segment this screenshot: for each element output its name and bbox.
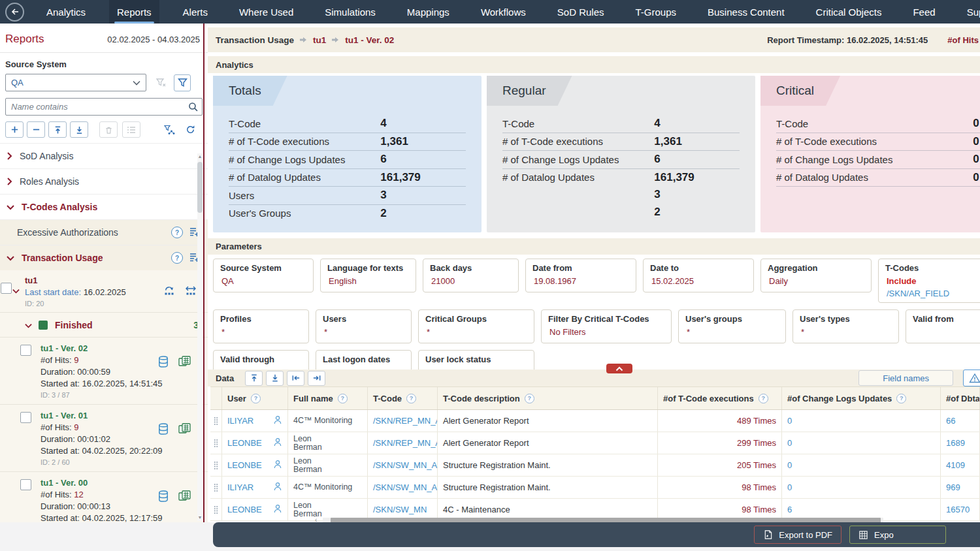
nav-tab-simulations[interactable]: Simulations (317, 0, 384, 24)
user-link[interactable]: LEONBE (227, 460, 262, 470)
tcode-link[interactable]: /SKN/SW_MN_AR (373, 460, 438, 470)
search-icon[interactable] (188, 102, 198, 114)
nav-tab-where-used[interactable]: Where Used (231, 0, 301, 24)
scroll-up-icon[interactable]: ▲ (197, 153, 203, 160)
row-drag-handle[interactable] (210, 477, 222, 498)
scroll-down-icon[interactable]: ▼ (197, 514, 203, 521)
version-checkbox[interactable] (20, 345, 31, 356)
rerun-report-icon[interactable] (163, 286, 176, 298)
collapse-parameters-button[interactable] (606, 364, 632, 373)
row-drag-handle[interactable] (210, 454, 222, 476)
status-group-finished[interactable]: Finished 3 (0, 312, 208, 337)
refresh-button[interactable] (182, 122, 199, 137)
version-item-tu1-ver-01[interactable]: tu1 - Ver. 01#of Hits: 9Duration: 00:01:… (0, 404, 208, 471)
report-node-tu1[interactable]: tu1 Last start date: 16.02.2025 ID: 20 (0, 270, 208, 312)
param-profiles[interactable]: Profiles* (213, 309, 309, 343)
hierarchy-filter-button[interactable] (161, 122, 178, 137)
person-icon[interactable] (273, 460, 282, 471)
column-header-t-code-description[interactable]: T-Code description? (438, 387, 658, 409)
version-item-tu1-ver-02[interactable]: tu1 - Ver. 02#of Hits: 9Duration: 00:00:… (0, 337, 208, 404)
column-header-of-dbta[interactable]: #of Dbta (941, 387, 980, 409)
param-source-system[interactable]: Source SystemQA (213, 259, 314, 292)
compare-versions-icon[interactable] (184, 286, 197, 298)
move-bottom-button[interactable] (70, 121, 88, 138)
export-to-pdf-button[interactable]: Export to PDF (754, 526, 841, 544)
search-input[interactable] (5, 98, 203, 116)
help-icon[interactable]: ? (406, 394, 416, 403)
param-critical-groups[interactable]: Critical Groups* (418, 309, 534, 343)
export-report-icon[interactable] (178, 490, 191, 504)
row-drag-handle[interactable] (210, 499, 222, 520)
field-names-button[interactable]: Field names (858, 370, 953, 386)
help-icon[interactable]: ? (525, 394, 534, 403)
nav-tab-workflows[interactable]: Workflows (473, 0, 534, 24)
tcode-link[interactable]: /SKN/SW_MN_AR (373, 482, 438, 492)
database-icon[interactable] (158, 423, 169, 437)
nav-tab-analytics[interactable]: Analytics (39, 0, 93, 24)
scroll-to-bottom-button[interactable] (266, 371, 284, 386)
help-icon[interactable]: ? (171, 227, 183, 238)
delete-button[interactable] (99, 121, 118, 138)
param-aggregation[interactable]: AggregationDaily (760, 259, 872, 292)
person-icon[interactable] (273, 437, 282, 449)
sidebar-scrollbar[interactable]: ▲ ▼ (197, 153, 203, 521)
version-checkbox[interactable] (20, 479, 31, 490)
tree-item-roles-analysis[interactable]: Roles Analysis (0, 168, 208, 194)
person-icon[interactable] (273, 504, 282, 515)
nav-tab-reports[interactable]: Reports (109, 0, 159, 24)
param-t-codes[interactable]: T-CodesInclude/SKN/AR_FIELD (878, 259, 980, 303)
nav-tab-t-groups[interactable]: T-Groups (627, 0, 684, 24)
breadcrumb-item[interactable]: tu1 (313, 35, 326, 45)
tree-item-transaction-usage[interactable]: Transaction Usage ? (0, 245, 208, 270)
param-users[interactable]: Users* (316, 309, 412, 343)
add-button[interactable] (5, 121, 24, 138)
remove-button[interactable] (27, 121, 45, 138)
row-drag-handle[interactable] (210, 410, 222, 432)
nav-tab-feed[interactable]: Feed (905, 0, 943, 24)
export-to-excel-button[interactable]: Expo (849, 526, 946, 544)
person-icon[interactable] (273, 415, 282, 426)
nav-tab-critical-objects[interactable]: Critical Objects (808, 0, 890, 24)
export-report-icon[interactable] (178, 423, 191, 437)
move-top-button[interactable] (48, 121, 67, 138)
tcode-link[interactable]: /SKN/REP_MN_AR (373, 438, 438, 448)
source-system-select[interactable]: QA (5, 74, 146, 91)
help-icon[interactable]: ? (759, 394, 768, 403)
user-link[interactable]: ILIYAR (227, 482, 253, 492)
back-button[interactable] (5, 3, 24, 22)
param-filter-by-critical-t-codes[interactable]: Filter By Critical T-CodesNo Filters (541, 309, 672, 343)
list-view-button[interactable] (122, 121, 140, 138)
nav-tab-sod-rules[interactable]: SoD Rules (549, 0, 612, 24)
param-date-from[interactable]: Date from19.08.1967 (525, 259, 636, 292)
tcode-link[interactable]: /SKN/SW_MN (373, 505, 427, 514)
report-checkbox[interactable] (1, 283, 12, 294)
nav-tab-alerts[interactable]: Alerts (175, 0, 216, 24)
breadcrumb-item[interactable]: Transaction Usage (216, 35, 294, 45)
tcode-link[interactable]: /SKN/REP_MN_AR (373, 416, 438, 426)
help-icon[interactable]: ? (338, 394, 348, 403)
scroll-to-left-button[interactable] (287, 371, 304, 386)
version-checkbox[interactable] (20, 412, 31, 423)
column-header-full-name[interactable]: Full name? (288, 387, 368, 409)
scroll-to-top-button[interactable] (245, 371, 263, 386)
param-valid-from[interactable]: Valid from (906, 309, 980, 343)
nav-tab-business-content[interactable]: Business Content (700, 0, 792, 24)
param-user-s-types[interactable]: User's types* (792, 309, 899, 343)
param-date-to[interactable]: Date to15.02.2025 (643, 259, 754, 292)
param-user-s-groups[interactable]: User's groups* (678, 309, 786, 343)
warnings-button[interactable] (963, 370, 980, 386)
database-icon[interactable] (158, 490, 169, 504)
help-icon[interactable]: ? (896, 394, 906, 403)
clear-filter-button[interactable] (153, 75, 169, 91)
help-icon[interactable]: ? (251, 394, 261, 403)
column-header-user[interactable]: User? (222, 387, 288, 409)
nav-tab-mappings[interactable]: Mappings (399, 0, 457, 24)
export-report-icon[interactable] (178, 356, 191, 370)
scroll-to-right-button[interactable] (308, 371, 325, 386)
column-header-of-change-logs-updates[interactable]: #of Change Logs Updates? (782, 387, 941, 409)
param-back-days[interactable]: Back days21000 (423, 259, 519, 292)
user-link[interactable]: LEONBE (227, 505, 262, 514)
nav-tab-support[interactable]: Support (959, 0, 980, 24)
person-icon[interactable] (273, 482, 282, 493)
scrollbar-thumb[interactable] (197, 162, 203, 213)
